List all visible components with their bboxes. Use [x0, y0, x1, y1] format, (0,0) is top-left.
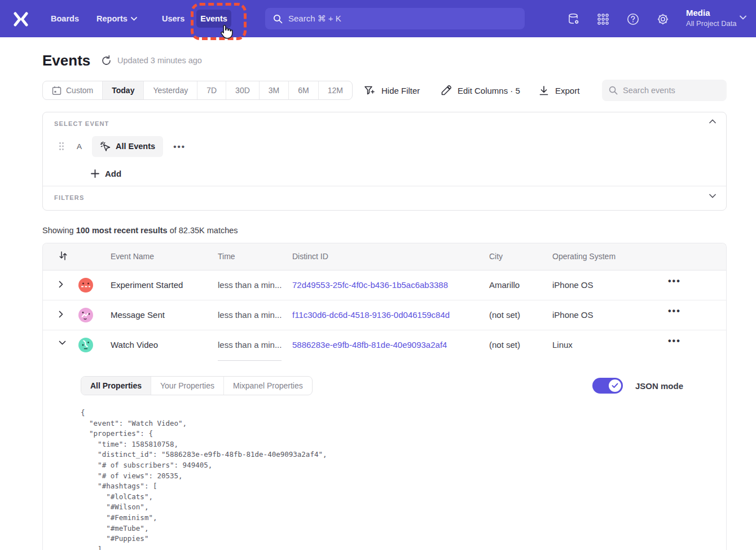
selected-event-name: All Events [116, 142, 155, 151]
date-option-today[interactable]: Today [102, 81, 143, 99]
event-json-viewer: { "event": "Watch Video", "properties": … [81, 408, 327, 550]
column-header-city[interactable]: City [489, 252, 503, 261]
query-builder-card: SELECT EVENT A All Events ••• [42, 112, 727, 211]
data-management-icon[interactable] [567, 12, 581, 26]
search-events-input[interactable] [623, 86, 713, 95]
event-avatar [78, 278, 93, 293]
column-header-os[interactable]: Operating System [552, 252, 616, 261]
apps-grid-icon[interactable] [596, 12, 610, 26]
date-option-12m[interactable]: 12M [318, 81, 352, 99]
summary-prefix: Showing [42, 226, 76, 235]
hide-filter-button[interactable]: Hide Filter [364, 81, 420, 100]
pencil-icon [441, 85, 451, 96]
tab-label: All Properties [90, 381, 142, 390]
cell-time: less than a min... [218, 280, 282, 290]
date-option-yesterday[interactable]: Yesterday [143, 81, 197, 99]
drag-handle-icon[interactable] [59, 142, 64, 151]
summary-suffix: of 82.35K matches [168, 226, 238, 235]
refresh-icon[interactable] [101, 55, 112, 66]
chevron-right-icon[interactable] [59, 281, 63, 288]
search-icon [273, 14, 283, 24]
help-icon[interactable] [626, 12, 640, 26]
search-events-box[interactable] [602, 80, 727, 101]
event-selector-chip[interactable]: All Events [92, 136, 163, 157]
cell-city: (not set) [489, 310, 520, 320]
date-option-custom[interactable]: Custom [43, 81, 102, 99]
table-row: Experiment Started less than a min... 72… [43, 270, 726, 300]
date-option-6m[interactable]: 6M [288, 81, 318, 99]
nav-item-users[interactable]: Users [162, 0, 184, 37]
calendar-icon [52, 86, 61, 95]
tab-mixpanel-properties[interactable]: Mixpanel Properties [223, 377, 312, 395]
settings-gear-icon[interactable] [656, 12, 670, 26]
chevron-down-icon[interactable] [709, 194, 716, 198]
cell-city: Amarillo [489, 280, 520, 290]
chevron-down-icon[interactable] [59, 341, 66, 345]
filter-funnel-icon [364, 85, 375, 96]
date-range-control: Custom Today Yesterday 7D 30D 3M 6M 12M [42, 81, 353, 100]
cell-event-name: Watch Video [111, 340, 158, 350]
table-row-expanded: Watch Video less than a min... 5886283e-… [43, 330, 726, 360]
nav-item-boards[interactable]: Boards [51, 0, 79, 37]
toggle-knob [609, 379, 621, 392]
tab-all-properties[interactable]: All Properties [81, 377, 151, 395]
date-option-label: 6M [298, 86, 309, 95]
date-option-label: Today [112, 86, 134, 95]
chevron-down-icon [131, 17, 137, 21]
json-mode-toggle[interactable] [592, 378, 623, 394]
chevron-up-icon[interactable] [709, 119, 716, 124]
event-detail-panel: All Properties Your Properties Mixpanel … [43, 360, 726, 550]
cell-distinct-id-link[interactable]: 5886283e-e9fb-48fb-81de-40e9093a2af4 [292, 340, 447, 350]
date-option-3m[interactable]: 3M [259, 81, 288, 99]
page-title: Events [42, 52, 90, 69]
summary-count: 100 most recent results [76, 226, 168, 235]
global-search-placeholder: Search ⌘ + K [288, 14, 341, 24]
export-button[interactable]: Export [539, 81, 579, 100]
project-switcher[interactable]: Media All Project Data [686, 7, 737, 29]
date-option-label: 30D [235, 86, 250, 95]
event-row-more-button[interactable]: ••• [173, 142, 186, 151]
project-name: Media [686, 7, 737, 19]
chevron-down-icon[interactable] [740, 15, 746, 20]
add-event-button[interactable]: Add [91, 165, 121, 182]
row-more-button[interactable]: ••• [668, 336, 681, 346]
date-option-label: 7D [206, 86, 217, 95]
project-scope: All Project Data [686, 19, 737, 29]
row-more-button[interactable]: ••• [668, 306, 681, 316]
cell-os: iPhone OS [552, 310, 594, 320]
section-divider [43, 186, 726, 186]
edit-columns-label: Edit Columns · 5 [458, 86, 520, 95]
cell-event-name: Experiment Started [111, 280, 183, 290]
date-option-7d[interactable]: 7D [197, 81, 226, 99]
cell-time: less than a min... [218, 310, 282, 320]
updated-timestamp: Updated 3 minutes ago [117, 56, 202, 65]
tab-label: Mixpanel Properties [233, 381, 303, 390]
tab-your-properties[interactable]: Your Properties [151, 377, 223, 395]
nav-item-events-label: Events [200, 14, 227, 23]
tab-label: Your Properties [160, 381, 214, 390]
export-label: Export [555, 86, 579, 95]
nav-item-events[interactable]: Events [196, 10, 231, 28]
sort-icon[interactable] [59, 251, 68, 261]
global-search-bar[interactable]: Search ⌘ + K [265, 8, 525, 29]
nav-item-boards-label: Boards [51, 14, 79, 23]
date-option-label: Custom [66, 86, 93, 95]
table-header: Event Name Time Distinct ID City Operati… [43, 243, 726, 270]
nav-item-reports[interactable]: Reports [96, 0, 137, 37]
mixpanel-logo-icon[interactable] [14, 12, 28, 27]
column-header-distinct-id[interactable]: Distinct ID [292, 252, 328, 261]
row-more-button[interactable]: ••• [668, 276, 681, 286]
cell-os: Linux [552, 340, 573, 350]
date-option-label: Yesterday [153, 86, 188, 95]
column-header-time[interactable]: Time [218, 252, 235, 261]
nav-item-users-label: Users [162, 14, 184, 23]
cell-distinct-id-link[interactable]: f11c30d6-dc6d-4518-9136-0d046159c84d [292, 310, 450, 320]
cell-os: iPhone OS [552, 280, 594, 290]
date-option-30d[interactable]: 30D [226, 81, 259, 99]
edit-columns-button[interactable]: Edit Columns · 5 [441, 81, 520, 100]
cell-time: less than a min... [218, 340, 282, 350]
chevron-right-icon[interactable] [59, 311, 63, 318]
download-icon [539, 85, 549, 96]
cell-distinct-id-link[interactable]: 72d49553-25fc-4f0c-b436-1b5ac6ab3388 [292, 280, 448, 290]
column-header-event-name[interactable]: Event Name [111, 252, 154, 261]
